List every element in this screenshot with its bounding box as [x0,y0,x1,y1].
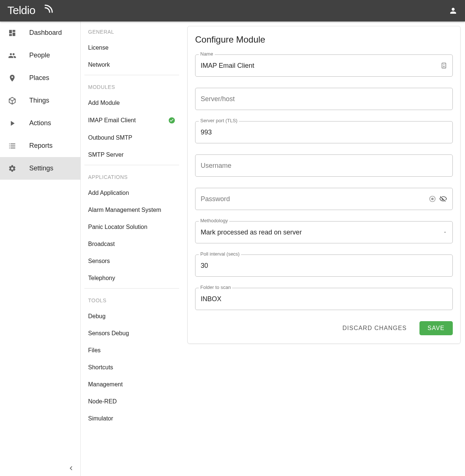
password-input[interactable] [201,188,429,210]
sidebar-collapse-button[interactable] [67,464,75,472]
divider [84,165,179,165]
subnav-item-telephony[interactable]: Telephony [84,270,179,287]
chevron-down-icon [443,230,447,234]
field-label: Server port (TLS) [199,118,239,123]
name-input[interactable] [201,55,441,76]
subnav-item-management[interactable]: Management [84,376,179,393]
people-icon [8,51,17,60]
save-button[interactable]: SAVE [419,321,453,335]
subnav-item-outbound-smtp[interactable]: Outbound SMTP [84,129,179,146]
nav-actions[interactable]: Actions [0,112,80,134]
folder-input[interactable] [201,288,447,310]
nav-settings[interactable]: Settings [0,157,80,180]
nav-people[interactable]: People [0,44,80,67]
list-icon [8,142,17,150]
subnav-header-modules: MODULES [84,77,179,94]
nav-things[interactable]: Things [0,89,80,112]
port-input[interactable] [201,122,447,143]
subnav-item-debug[interactable]: Debug [84,308,179,325]
poll-interval-input[interactable] [201,255,447,276]
place-icon [8,74,17,83]
field-port: Server port (TLS) [195,121,453,143]
subnav-header-applications: APPLICATIONS [84,167,179,184]
subnav-item-alarm-management[interactable]: Alarm Management System [84,202,179,219]
subnav-item-files[interactable]: Files [84,342,179,359]
form-actions: DISCARD CHANGES SAVE [195,321,453,335]
field-label: Methodology [199,218,229,223]
field-name: Name [195,54,453,77]
subnav-item-smtp-server[interactable]: SMTP Server [84,146,179,163]
discard-button[interactable]: DISCARD CHANGES [342,325,407,332]
nav-reports[interactable]: Reports [0,134,80,157]
subnav-item-add-module[interactable]: Add Module [84,94,179,111]
server-input[interactable] [201,88,447,110]
svg-point-4 [432,198,434,200]
subnav-item-broadcast[interactable]: Broadcast [84,236,179,253]
nav-label: Things [29,97,49,104]
nav-label: People [29,51,50,59]
username-input[interactable] [201,155,447,176]
methodology-select[interactable]: Mark processed as read on server [195,221,453,243]
primary-sidebar: Dashboard People Places Things Actions R… [0,21,81,476]
settings-subnav: GENERAL License Network MODULES Add Modu… [81,21,183,476]
subnav-header-general: GENERAL [84,21,179,39]
field-server [195,88,453,110]
divider [84,75,179,75]
subnav-item-simulator[interactable]: Simulator [84,410,179,427]
password-generate-icon[interactable] [429,195,436,203]
user-menu-icon[interactable] [449,6,458,15]
subnav-item-node-red[interactable]: Node-RED [84,393,179,410]
field-methodology: Methodology Mark processed as read on se… [195,221,453,243]
gear-icon [8,164,17,173]
field-folder: Folder to scan [195,288,453,310]
subnav-item-network[interactable]: Network [84,56,179,73]
visibility-off-icon[interactable] [439,195,447,203]
app-header: Teldio [0,0,465,21]
card-title: Configure Module [195,34,453,45]
subnav-item-sensors[interactable]: Sensors [84,253,179,270]
nav-label: Settings [29,164,53,172]
field-label: Name [199,51,215,57]
cube-icon [8,96,17,105]
nav-dashboard[interactable]: Dashboard [0,21,80,44]
svg-text:Teldio: Teldio [7,4,35,16]
divider [84,288,179,289]
brand-logo: Teldio [7,4,56,17]
contact-book-icon[interactable] [441,62,447,69]
field-label: Folder to scan [199,284,232,290]
dashboard-icon [8,29,17,37]
nav-places[interactable]: Places [0,67,80,89]
content-area: Configure Module Name [183,21,465,476]
nav-label: Places [29,74,49,82]
play-icon [8,119,17,128]
field-password [195,188,453,210]
subnav-item-panic-locator[interactable]: Panic Locator Solution [84,219,179,236]
subnav-item-sensors-debug[interactable]: Sensors Debug [84,325,179,342]
field-poll-interval: Poll interval (secs) [195,254,453,277]
field-username [195,154,453,177]
field-label: Poll interval (secs) [199,251,241,257]
subnav-item-imap-email-client[interactable]: IMAP Email Client [84,111,179,129]
subnav-item-license[interactable]: License [84,39,179,56]
subnav-item-add-application[interactable]: Add Application [84,184,179,202]
configure-module-card: Configure Module Name [187,26,461,344]
nav-label: Actions [29,119,51,127]
nav-label: Dashboard [29,29,62,37]
nav-label: Reports [29,142,53,150]
subnav-item-shortcuts[interactable]: Shortcuts [84,359,179,376]
check-circle-icon [168,117,175,124]
subnav-header-tools: TOOLS [84,290,179,308]
